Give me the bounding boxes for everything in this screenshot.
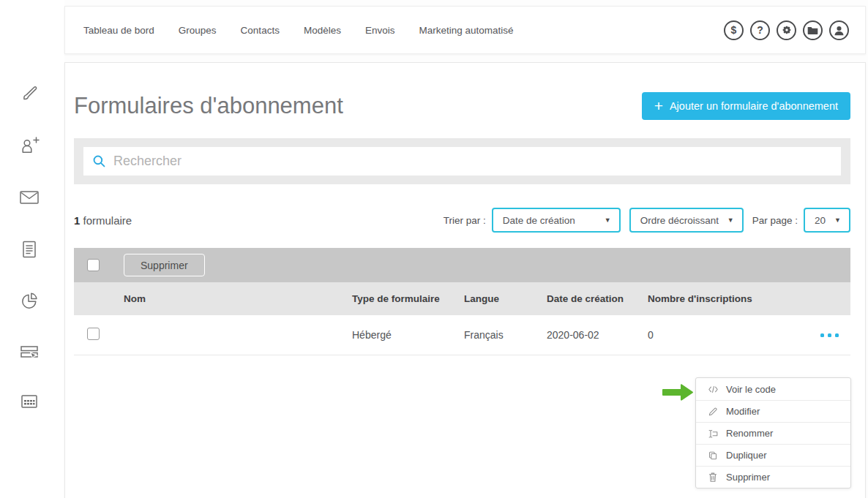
sort-by-dropdown[interactable]: Date de création ▼ xyxy=(492,208,621,233)
settings-icon[interactable] xyxy=(777,20,796,40)
documents-icon[interactable] xyxy=(18,238,40,260)
select-all-checkbox[interactable] xyxy=(87,259,100,271)
per-page-dropdown[interactable]: 20 ▼ xyxy=(804,208,850,233)
page-title: Formulaires d'abonnement xyxy=(74,93,343,119)
column-header-type: Type de formulaire xyxy=(352,293,464,304)
nav-item-groupes[interactable]: Groupes xyxy=(179,25,217,36)
billing-icon[interactable]: $ xyxy=(724,20,744,40)
forms-icon[interactable] xyxy=(18,341,40,363)
sort-order-dropdown[interactable]: Ordre décroissant ▼ xyxy=(629,208,744,233)
table-header-row: Nom Type de formulaire Langue Date de cr… xyxy=(74,282,850,315)
chevron-down-icon: ▼ xyxy=(605,216,611,224)
question-glyph: ? xyxy=(757,24,763,36)
row-checkbox[interactable] xyxy=(87,328,100,340)
help-icon[interactable]: ? xyxy=(750,20,770,40)
result-count-label: formulaire xyxy=(83,214,132,227)
annotation-arrow-icon xyxy=(662,382,694,402)
menu-item-label: Supprimer xyxy=(726,472,770,483)
plus-icon: + xyxy=(654,98,663,113)
menu-item-voir-le-code[interactable]: Voir le code xyxy=(696,378,850,400)
add-contact-icon[interactable] xyxy=(18,135,40,157)
per-page-label: Par page : xyxy=(752,215,798,226)
menu-item-renommer[interactable]: Renommer xyxy=(696,422,850,444)
cell-language: Français xyxy=(464,329,547,341)
sort-order-value: Ordre décroissant xyxy=(640,215,719,226)
menu-item-label: Renommer xyxy=(726,428,773,439)
folder-icon[interactable] xyxy=(803,20,823,40)
column-header-nom: Nom xyxy=(124,293,352,304)
left-icon-rail xyxy=(0,0,64,498)
account-icon[interactable] xyxy=(829,20,849,40)
nav-item-envois[interactable]: Envois xyxy=(365,25,395,36)
chevron-down-icon: ▼ xyxy=(834,216,841,224)
nav-item-tableau-de-bord[interactable]: Tableau de bord xyxy=(83,25,154,36)
search-bar-container xyxy=(74,138,850,184)
main-nav: Tableau de bord Groupes Contacts Modèles… xyxy=(65,25,514,36)
search-icon xyxy=(92,154,106,168)
duplicate-icon xyxy=(706,450,719,461)
forms-table: Supprimer Nom Type de formulaire Langue … xyxy=(74,248,850,355)
row-actions-context-menu: Voir le code Modifier Renommer Dupliquer xyxy=(695,377,851,488)
cell-subscriptions: 0 xyxy=(648,329,654,341)
nav-item-contacts[interactable]: Contacts xyxy=(241,25,280,36)
add-form-button[interactable]: + Ajouter un formulaire d'abonnement xyxy=(642,92,850,120)
bulk-actions-bar: Supprimer xyxy=(74,248,850,282)
table-row: Hébergé Français 2020-06-02 0 xyxy=(74,315,850,355)
column-header-inscriptions: Nombre d'inscriptions xyxy=(648,293,850,304)
column-header-date-creation: Date de création xyxy=(547,293,648,304)
menu-item-dupliquer[interactable]: Dupliquer xyxy=(696,444,850,466)
topbar-icons: $ ? xyxy=(724,20,849,40)
chevron-down-icon: ▼ xyxy=(727,216,734,224)
menu-item-label: Voir le code xyxy=(726,384,776,395)
email-icon[interactable] xyxy=(18,186,40,208)
menu-item-supprimer[interactable]: Supprimer xyxy=(696,466,850,488)
bulk-delete-button[interactable]: Supprimer xyxy=(124,254,205,276)
column-header-langue: Langue xyxy=(464,293,547,304)
code-icon xyxy=(706,385,719,394)
dollar-glyph: $ xyxy=(731,24,737,36)
design-icon[interactable] xyxy=(18,83,40,105)
menu-item-modifier[interactable]: Modifier xyxy=(696,400,850,422)
nav-item-marketing-automatise[interactable]: Marketing automatisé xyxy=(419,25,513,36)
nav-item-modeles[interactable]: Modèles xyxy=(304,25,341,36)
pencil-icon xyxy=(706,407,719,417)
menu-item-label: Modifier xyxy=(726,406,760,417)
result-count-number: 1 xyxy=(74,214,80,227)
result-count: 1 formulaire xyxy=(74,214,132,227)
menu-item-label: Dupliquer xyxy=(726,450,767,461)
trash-icon xyxy=(706,472,719,483)
calendar-icon[interactable] xyxy=(18,391,40,412)
search-input[interactable] xyxy=(113,154,841,169)
statistics-icon[interactable] xyxy=(18,290,40,312)
cell-created-date: 2020-06-02 xyxy=(547,329,648,341)
cell-type: Hébergé xyxy=(352,329,464,341)
per-page-value: 20 xyxy=(815,215,826,226)
sort-by-value: Date de création xyxy=(503,215,575,226)
row-actions-menu-button[interactable] xyxy=(819,331,840,340)
add-form-button-label: Ajouter un formulaire d'abonnement xyxy=(670,100,838,112)
rename-icon xyxy=(706,429,719,439)
top-navigation-bar: Tableau de bord Groupes Contacts Modèles… xyxy=(64,6,866,54)
sort-by-label: Trier par : xyxy=(444,215,486,226)
